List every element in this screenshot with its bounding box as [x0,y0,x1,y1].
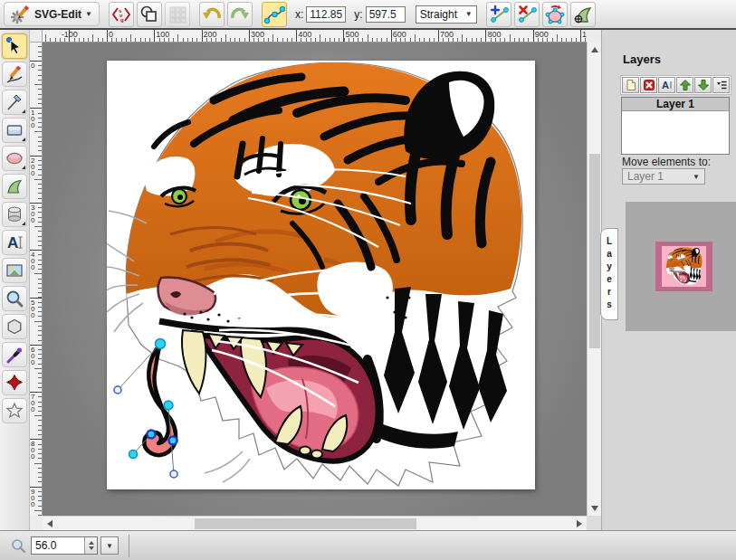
x-input[interactable] [306,6,346,23]
layer-list[interactable]: Layer 1 [621,97,730,155]
grid-button[interactable] [165,2,190,27]
scroll-left-button[interactable] [43,517,57,531]
scroll-down-button[interactable] [588,501,602,516]
vertical-scroll-thumb[interactable] [589,154,600,348]
open-path-icon [544,4,566,25]
source-editor-button[interactable]: s v g [109,2,134,27]
delete-layer-button[interactable] [640,77,657,93]
svg-text:A: A [662,80,669,90]
zoom-level-value: 56.0 [32,537,84,554]
shape-library-button[interactable] [137,2,162,27]
convert-to-path-button[interactable] [570,2,596,27]
tool-rectangle[interactable] [2,118,27,143]
segment-type-select[interactable]: Straight ▼ [416,5,477,24]
svg-edit-app: SVG-Edit ▼ s v g [0,0,736,560]
undo-button[interactable] [199,2,225,27]
ruler-label: 800 [487,30,501,39]
horizontal-ruler: -10001002003004005006007008009001000 [43,30,601,43]
tool-zoom[interactable] [2,286,27,311]
rename-layer-icon: A [661,79,674,91]
control-handle[interactable] [170,470,177,478]
control-handle[interactable] [114,386,121,394]
convert-to-path-icon [572,4,594,25]
scroll-right-button[interactable] [572,517,587,531]
workspace[interactable] [43,43,587,516]
tool-select[interactable] [2,33,27,59]
tool-polygon[interactable] [2,314,27,339]
zoom-level-input[interactable]: 56.0 [31,536,98,555]
drawing-canvas[interactable] [107,61,535,489]
tool-ellipse[interactable] [2,146,27,171]
rename-layer-button[interactable]: A [658,77,675,93]
move-elements-label: Move elements to: [622,156,711,168]
move-layer-up-button[interactable] [676,77,693,93]
ruler-label: 3 0 0 [31,204,34,223]
tool-pencil[interactable] [2,62,27,87]
layer-buttons: A [620,75,731,95]
ruler-label: 700 [440,30,454,39]
tool-star[interactable] [2,398,27,423]
ruler-label: 4 0 0 [31,252,34,271]
horizontal-scrollbar[interactable] [43,516,587,530]
horizontal-scroll-thumb[interactable] [195,518,416,529]
y-input[interactable] [366,6,406,23]
layer-options-button[interactable] [712,77,730,93]
svg-text:A: A [7,234,18,252]
edit-path-button[interactable] [262,2,287,27]
ruler-label: 300 [251,30,264,39]
layers-panel-toggle-tab[interactable]: Layers [600,228,618,320]
path-node-selected[interactable] [148,431,156,439]
ruler-filler [587,30,601,43]
tool-path[interactable] [2,174,27,199]
path-edit-overlay[interactable] [107,61,535,489]
app-logo-icon [11,5,31,24]
tool-shape-library[interactable] [2,202,27,227]
path-node[interactable] [164,401,173,410]
layer-thumbnail[interactable] [655,242,712,291]
move-layer-down-button[interactable] [694,77,712,93]
top-toolbar: SVG-Edit ▼ s v g [0,0,736,30]
layer-row-active[interactable]: Layer 1 [622,98,729,111]
ruler-label: 5 0 0 [31,299,34,318]
path-node-selected[interactable] [169,437,177,445]
redo-button[interactable] [227,2,253,27]
dropdown-caret-icon: ▼ [106,542,113,550]
select-tool-icon [5,36,24,56]
move-elements-select[interactable]: Layer 1 ▼ [622,168,705,185]
ruler-filler [30,516,43,530]
zoom-level-icon [11,538,26,554]
arrow-down-icon [697,79,710,91]
main-menu-button[interactable]: SVG-Edit ▼ [4,2,100,26]
tool-image[interactable] [2,258,27,283]
delete-node-button[interactable] [514,2,540,27]
delete-layer-icon [643,79,655,91]
add-node-icon [488,4,510,25]
right-sidebar: Layers A [601,30,736,530]
tool-text[interactable]: A [2,230,27,255]
vertical-scrollbar[interactable] [587,43,601,516]
scroll-up-button[interactable] [588,43,602,57]
ruler-label: 1 0 0 [31,109,34,128]
dropdown-caret-icon: ▼ [693,173,700,181]
ruler-label: 600 [393,30,406,39]
tool-line[interactable] [2,90,27,115]
ruler-label: 0 [31,62,34,69]
zoom-presets-button[interactable]: ▼ [100,536,119,555]
arrow-up-icon [679,79,692,91]
open-path-button[interactable] [542,2,568,27]
ruler-label: 9 0 0 [31,489,34,508]
new-layer-button[interactable] [622,77,639,93]
zoom-spinner[interactable] [84,537,97,554]
sidebar-preview-area [626,202,736,331]
layer-list-body[interactable] [622,111,729,154]
path-tool-icon [5,176,24,196]
tool-ornament[interactable] [2,370,27,395]
svg-source-icon: s v g [110,4,132,25]
add-node-button[interactable] [486,2,511,27]
edit-path-icon [263,4,285,25]
redo-icon [229,4,251,25]
flyout-indicator [22,138,25,141]
path-node[interactable] [129,451,138,459]
path-node[interactable] [156,339,166,349]
tool-eyedropper[interactable] [2,342,27,367]
